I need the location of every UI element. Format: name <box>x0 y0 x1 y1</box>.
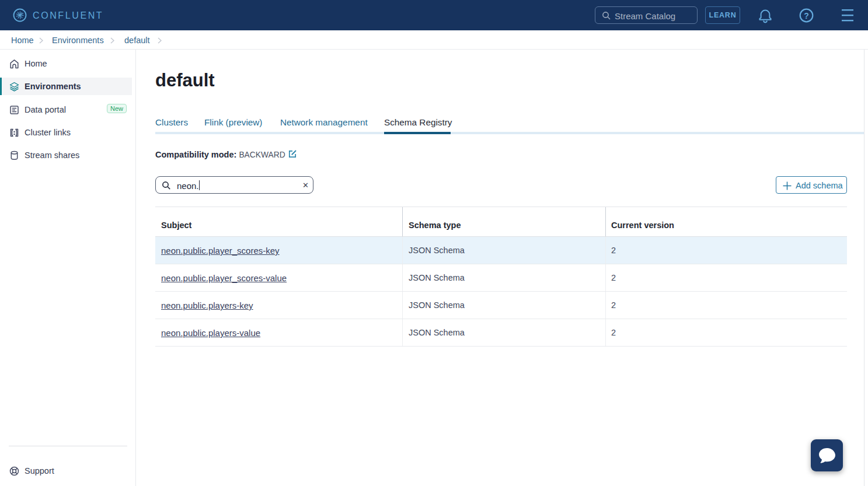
svg-text:?: ? <box>804 11 809 20</box>
